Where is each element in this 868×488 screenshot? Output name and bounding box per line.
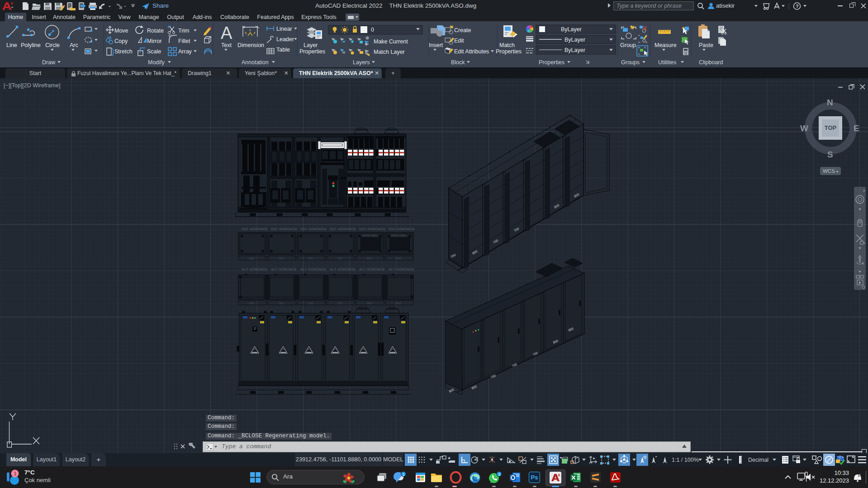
svg-text:ÜST GÖRÜNÜŞ: ÜST GÖRÜNÜŞ [359,227,385,231]
svg-text:700: 700 [308,257,313,260]
svg-text:Properties: Properties [299,48,325,55]
svg-text:1:1 / 100%: 1:1 / 100% [672,457,699,463]
svg-text:Scale: Scale [147,48,161,55]
svg-text:Linear: Linear [276,26,292,32]
svg-text:ALT GÖRÜNÜŞ: ALT GÖRÜNÜŞ [330,267,356,271]
svg-text:z: z [859,473,861,476]
svg-text:800: 800 [396,257,401,260]
svg-text:Line: Line [6,42,17,48]
svg-text:E: E [11,1,14,5]
svg-text:Edit Attributes: Edit Attributes [454,48,489,55]
svg-text:Modify: Modify [148,59,165,66]
svg-text:Match: Match [499,42,515,48]
svg-text:Properties: Properties [539,59,564,66]
svg-text:ALT GÖRÜNÜŞ: ALT GÖRÜNÜŞ [271,267,297,271]
svg-text:Dimension: Dimension [237,42,264,48]
svg-text:ÜST GÖRÜNÜŞ: ÜST GÖRÜNÜŞ [300,227,327,231]
svg-text:ÜST GÖRÜNÜŞ: ÜST GÖRÜNÜŞ [271,227,297,231]
svg-text:800: 800 [448,388,455,393]
svg-text:Utilities: Utilities [658,59,676,66]
svg-text:TEPE FANI: TEPE FANI [362,234,377,237]
svg-text:Trim: Trim [178,28,190,34]
svg-text:Group: Group [620,42,636,48]
svg-text:1: 1 [14,471,16,476]
svg-text:Match Layer: Match Layer [374,49,405,55]
svg-text:800: 800 [249,302,254,305]
svg-text:TEPE FANI: TEPE FANI [391,234,406,237]
svg-text:ByLayer: ByLayer [564,47,585,53]
svg-text:1: 1 [403,472,405,477]
svg-text:0: 0 [371,27,374,33]
svg-text:Fillet: Fillet [178,38,190,44]
svg-text:ByLayer: ByLayer [561,26,582,33]
svg-text:ÜST GÖRÜNÜŞ: ÜST GÖRÜNÜŞ [242,227,268,231]
svg-text:Paste: Paste [699,42,713,48]
svg-text:Stretch: Stretch [114,48,133,55]
svg-text:ALT GÖRÜNÜŞ: ALT GÖRÜNÜŞ [242,267,267,271]
svg-text:Arc: Arc [70,42,78,48]
svg-text:700: 700 [279,302,284,305]
svg-text:ALT GÖRÜNÜŞ: ALT GÖRÜNÜŞ [389,267,414,271]
svg-text:700: 700 [337,302,342,305]
svg-text:800: 800 [367,257,372,260]
svg-text:800: 800 [249,257,254,260]
svg-text:Polyline: Polyline [21,42,41,48]
svg-text:Draw: Draw [42,59,56,66]
svg-text:Edit: Edit [454,38,464,44]
svg-text:700: 700 [308,302,313,305]
svg-text:A: A [221,24,232,43]
svg-text:Text: Text [221,42,232,48]
svg-text:E: E [558,474,560,477]
svg-text:Layers: Layers [353,59,370,66]
svg-text:ÜST GÖRÜNÜŞ: ÜST GÖRÜNÜŞ [330,227,356,231]
svg-text:700: 700 [279,257,284,260]
svg-text:Rotate: Rotate [147,28,164,34]
svg-text:Clipboard: Clipboard [699,59,723,66]
svg-text:Groups: Groups [621,59,640,66]
svg-text:Circle: Circle [45,42,60,48]
svg-text:Annotation: Annotation [242,59,269,66]
svg-text:Table: Table [276,47,290,53]
svg-text:Copy: Copy [114,38,128,44]
svg-text:ALT GÖRÜNÜŞ: ALT GÖRÜNÜŞ [300,267,326,271]
svg-text:Measure: Measure [655,42,677,48]
svg-text:Make Current: Make Current [374,38,408,45]
svg-text:Layer: Layer [304,42,318,48]
svg-text:Properties: Properties [496,48,522,55]
svg-text:Block: Block [451,59,465,66]
svg-text:3: 3 [498,472,500,477]
svg-text:Insert: Insert [429,42,443,48]
svg-text:Mirror: Mirror [147,38,162,44]
svg-text:Move: Move [114,28,128,34]
svg-text:700: 700 [337,257,342,260]
svg-text:Decimal: Decimal [748,457,768,463]
svg-text:ÜST GÖRÜNÜŞ: ÜST GÖRÜNÜŞ [389,227,415,231]
svg-text:Leader: Leader [276,36,294,43]
svg-text:Array: Array [178,48,192,55]
svg-text:ALT GÖRÜNÜŞ: ALT GÖRÜNÜŞ [359,267,385,271]
svg-text:?: ? [796,4,799,9]
svg-text:800: 800 [396,302,401,305]
svg-text:ByLayer: ByLayer [564,37,585,43]
svg-text:800: 800 [367,302,372,305]
svg-text:Create: Create [454,27,471,33]
